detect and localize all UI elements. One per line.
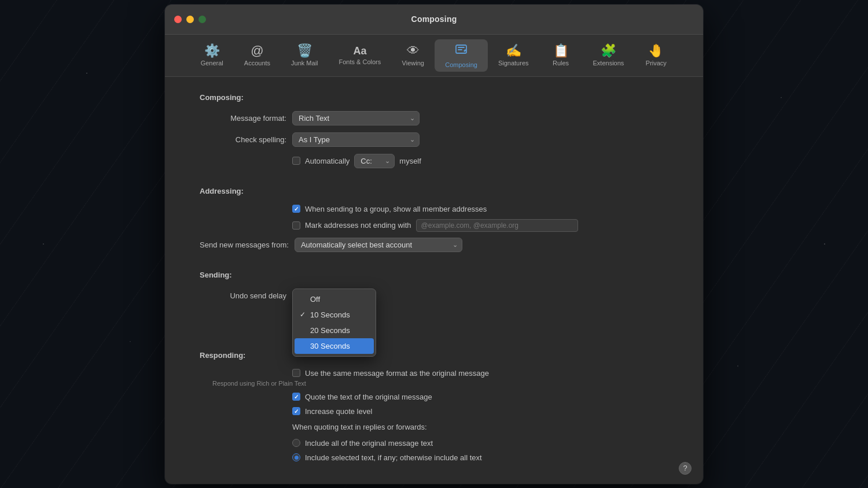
dropdown-label-off: Off (310, 295, 320, 304)
toolbar-item-extensions[interactable]: 🧩 Extensions (583, 41, 635, 70)
check-spelling-select[interactable]: As I Type Never When I Click Send (292, 132, 420, 147)
include-selected-row: Include selected text, if any; otherwise… (292, 453, 668, 462)
rules-icon: 📋 (553, 45, 569, 57)
sending-section-header: Sending: (200, 271, 668, 279)
myself-label: myself (399, 157, 421, 165)
auto-cc-row: Automatically Cc: Bcc: ⌄ myself (292, 154, 668, 168)
main-window: Composing ⚙️ General @ Accounts 🗑️ Junk … (165, 5, 703, 484)
message-format-row: Message format: Rich Text Plain Text ⌄ (200, 111, 668, 125)
gear-icon: ⚙️ (204, 45, 220, 57)
same-format-sublabel: Respond using Rich or Plain Text (212, 380, 668, 387)
include-selected-label: Include selected text, if any; otherwise… (305, 453, 482, 462)
undo-delay-dropdown[interactable]: Off ✓ 10 Seconds 20 Seconds 30 Seconds (292, 289, 376, 357)
fonts-icon: Aa (353, 46, 366, 56)
toolbar-label-accounts: Accounts (244, 60, 270, 66)
check-spelling-row: Check spelling: As I Type Never When I C… (200, 132, 668, 147)
toolbar-item-junk-mail[interactable]: 🗑️ Junk Mail (281, 41, 328, 70)
toolbar-item-privacy[interactable]: 🤚 Privacy (634, 41, 678, 70)
toolbar-item-signatures[interactable]: ✍️ Signatures (488, 41, 539, 70)
maximize-button[interactable] (198, 16, 206, 23)
toolbar-label-fonts-colors: Fonts & Colors (339, 58, 381, 65)
message-format-select[interactable]: Rich Text Plain Text (292, 111, 420, 125)
toolbar-label-junk-mail: Junk Mail (291, 60, 318, 66)
composing-section-header: Composing: (200, 93, 668, 102)
privacy-icon: 🤚 (648, 45, 664, 57)
toolbar-item-fonts-colors[interactable]: Aa Fonts & Colors (329, 42, 392, 69)
dropdown-label-10sec: 10 Seconds (310, 310, 350, 319)
send-from-label: Send new messages from: (200, 241, 289, 249)
dropdown-item-off[interactable]: Off (293, 291, 376, 307)
message-format-wrapper: Rich Text Plain Text ⌄ (292, 111, 420, 125)
increase-quote-label: Increase quote level (305, 407, 372, 416)
mark-addresses-label: Mark addresses not ending with (305, 221, 411, 230)
quote-text-row: Quote the text of the original message (292, 393, 668, 401)
toolbar-label-rules: Rules (553, 60, 569, 66)
show-all-members-label: When sending to a group, show all member… (305, 205, 487, 213)
show-all-members-row: When sending to a group, show all member… (292, 205, 668, 213)
at-icon: @ (251, 45, 263, 57)
auto-cc-checkbox[interactable] (292, 157, 300, 165)
viewing-icon: 👁 (407, 45, 420, 57)
junk-icon: 🗑️ (297, 45, 312, 57)
quote-text-label: Quote the text of the original message (305, 393, 432, 401)
dropdown-label-20sec: 20 Seconds (310, 326, 350, 335)
quote-text-checkbox[interactable] (292, 393, 300, 401)
send-from-row: Send new messages from: Automatically se… (200, 238, 668, 252)
svg-rect-0 (456, 45, 466, 53)
mark-addresses-input[interactable] (416, 219, 578, 232)
undo-send-label: Undo send delay (200, 289, 286, 300)
toolbar-label-extensions: Extensions (593, 60, 624, 66)
auto-cc-label: Automatically (305, 157, 350, 165)
content-area: Composing: Message format: Rich Text Pla… (165, 77, 703, 484)
cc-wrapper: Cc: Bcc: ⌄ (354, 154, 395, 168)
increase-quote-row: Increase quote level (292, 407, 668, 416)
mark-addresses-checkbox[interactable] (292, 221, 300, 230)
check-spelling-wrapper: As I Type Never When I Click Send ⌄ (292, 132, 420, 147)
undo-send-row: Undo send delay Off ✓ 10 Seconds 20 Seco… (200, 289, 668, 300)
signatures-icon: ✍️ (506, 45, 521, 57)
same-format-checkbox[interactable] (292, 369, 300, 377)
check-spelling-label: Check spelling: (200, 135, 286, 144)
mark-addresses-row: Mark addresses not ending with (292, 219, 668, 232)
toolbar-label-viewing: Viewing (402, 60, 424, 66)
toolbar-item-rules[interactable]: 📋 Rules (539, 41, 583, 70)
message-format-label: Message format: (200, 114, 286, 123)
toolbar-label-signatures: Signatures (498, 60, 529, 66)
include-selected-radio[interactable] (292, 453, 300, 461)
minimize-button[interactable] (186, 16, 194, 23)
close-button[interactable] (174, 16, 182, 23)
toolbar-item-composing[interactable]: Composing (435, 39, 488, 72)
toolbar-label-composing: Composing (445, 61, 477, 68)
help-icon: ? (683, 464, 687, 472)
send-from-select[interactable]: Automatically select best account (295, 238, 462, 252)
responding-section-header: Responding: (200, 351, 668, 360)
window-title: Composing (411, 14, 457, 24)
include-all-radio[interactable] (292, 439, 300, 447)
window-controls (174, 16, 206, 23)
cc-select[interactable]: Cc: Bcc: (354, 154, 395, 168)
toolbar-item-viewing[interactable]: 👁 Viewing (391, 41, 435, 70)
toolbar-item-general[interactable]: ⚙️ General (190, 41, 234, 70)
dropdown-item-10sec[interactable]: ✓ 10 Seconds (293, 307, 376, 323)
toolbar: ⚙️ General @ Accounts 🗑️ Junk Mail Aa Fo… (165, 35, 703, 77)
same-format-label: Use the same message format as the origi… (305, 369, 489, 378)
titlebar: Composing (165, 5, 703, 35)
extensions-icon: 🧩 (601, 45, 616, 57)
help-button[interactable]: ? (679, 462, 692, 475)
toolbar-item-accounts[interactable]: @ Accounts (234, 41, 281, 70)
addressing-section-header: Addressing: (200, 187, 668, 195)
dropdown-item-30sec[interactable]: 30 Seconds (295, 338, 374, 354)
compose-icon (454, 43, 468, 59)
increase-quote-checkbox[interactable] (292, 407, 300, 415)
dropdown-label-30sec: 30 Seconds (310, 342, 350, 350)
include-all-row: Include all of the original message text (292, 439, 668, 448)
10sec-checkmark: ✓ (300, 310, 309, 319)
send-from-wrapper: Automatically select best account ⌄ (295, 238, 462, 252)
toolbar-label-privacy: Privacy (646, 60, 667, 66)
same-format-row: Use the same message format as the origi… (292, 369, 668, 378)
include-all-label: Include all of the original message text (305, 439, 433, 448)
dropdown-item-20sec[interactable]: 20 Seconds (293, 323, 376, 338)
when-quoting-label: When quoting text in replies or forwards… (292, 423, 427, 431)
show-all-members-checkbox[interactable] (292, 205, 300, 213)
toolbar-label-general: General (201, 60, 223, 66)
